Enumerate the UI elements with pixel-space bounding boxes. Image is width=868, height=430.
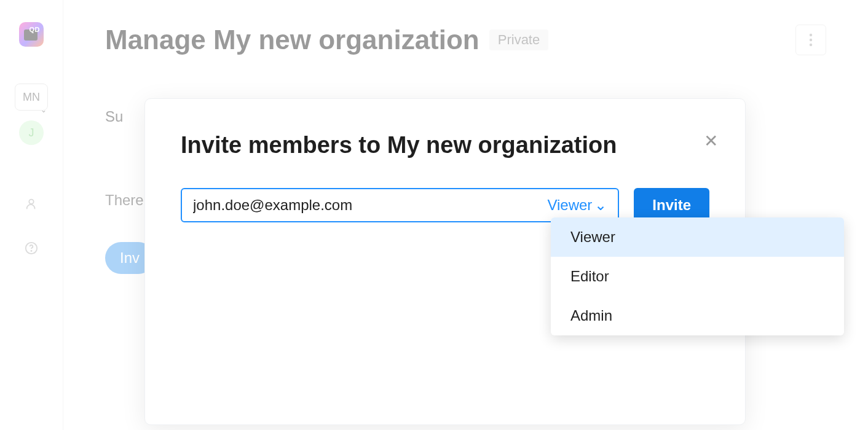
chevron-down-icon: ⌄ [594, 197, 607, 214]
role-option-admin[interactable]: Admin [551, 296, 844, 335]
role-option-editor[interactable]: Editor [551, 257, 844, 296]
role-selector[interactable]: Viewer ⌄ [547, 197, 607, 214]
role-dropdown: Viewer Editor Admin [551, 217, 844, 335]
role-option-viewer[interactable]: Viewer [551, 217, 844, 257]
role-selected-label: Viewer [547, 197, 592, 214]
email-input[interactable] [193, 197, 547, 214]
close-icon: ✕ [704, 131, 718, 151]
modal-title: Invite members to My new organization [181, 132, 709, 158]
close-button[interactable]: ✕ [701, 131, 720, 150]
